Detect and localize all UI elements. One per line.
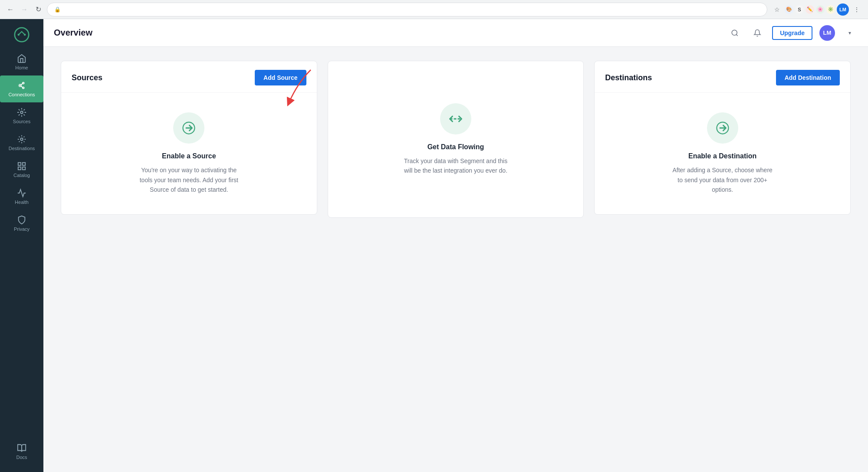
svg-rect-11 xyxy=(18,163,21,165)
bell-icon xyxy=(753,29,761,37)
svg-point-3 xyxy=(20,85,21,86)
browser-actions: ☆ 🎨 S ✏️ 🌸 ✳️ LM ⋮ xyxy=(771,3,863,16)
sidebar-item-sources-label: Sources xyxy=(13,119,30,124)
add-destination-button[interactable]: Add Destination xyxy=(776,70,840,85)
destination-arrow-icon xyxy=(715,120,730,136)
sidebar-item-sources[interactable]: Sources xyxy=(0,102,43,129)
destinations-card: Destinations Add Destination Enable a De… xyxy=(594,61,851,215)
cards-grid: Sources Add Source xyxy=(61,61,851,218)
sidebar-item-destinations[interactable]: Destinations xyxy=(0,129,43,156)
sources-card-body: Enable a Source You're on your way to ac… xyxy=(61,93,317,214)
reload-button[interactable]: ↻ xyxy=(33,4,43,15)
page-body: Sources Add Source xyxy=(43,47,868,472)
add-source-button[interactable]: Add Source xyxy=(255,70,306,85)
enable-destination-icon-circle xyxy=(707,112,738,144)
source-arrow-icon xyxy=(181,120,197,136)
sidebar-logo[interactable] xyxy=(11,24,32,45)
svg-rect-12 xyxy=(23,163,25,165)
destinations-card-title: Destinations xyxy=(605,73,652,82)
sidebar-item-privacy-label: Privacy xyxy=(14,226,30,232)
sidebar-item-docs-label: Docs xyxy=(16,455,27,460)
svg-point-1 xyxy=(18,34,20,36)
svg-rect-14 xyxy=(23,167,25,170)
destination-feature-title: Enable a Destination xyxy=(688,152,756,160)
svg-point-4 xyxy=(23,82,24,84)
forward-button[interactable]: → xyxy=(19,4,30,15)
ext-asterisk: ✳️ xyxy=(826,5,835,14)
middle-card: Get Data Flowing Track your data with Se… xyxy=(328,61,584,218)
destinations-card-body: Enable a Destination After adding a Sour… xyxy=(595,93,850,214)
data-flow-icon xyxy=(448,111,464,127)
sources-card-header: Sources Add Source xyxy=(61,61,317,93)
notifications-button[interactable] xyxy=(750,25,765,41)
sidebar-item-privacy[interactable]: Privacy xyxy=(0,210,43,237)
sources-card-title: Sources xyxy=(72,73,102,82)
search-button[interactable] xyxy=(727,25,743,41)
address-bar[interactable]: 🔒 app.segment.com/short/overview xyxy=(47,3,767,16)
sidebar-item-connections-label: Connections xyxy=(8,92,35,97)
browser-chrome: ← → ↻ 🔒 app.segment.com/short/overview ☆… xyxy=(0,0,868,19)
profile-avatar[interactable]: LM xyxy=(837,3,849,16)
ext-colorful-1: 🎨 xyxy=(785,5,793,14)
topbar: Overview Upgrade LM ▾ xyxy=(43,19,868,47)
sidebar-item-connections[interactable]: Connections xyxy=(0,75,43,102)
data-flow-icon-circle xyxy=(440,103,471,134)
url-input[interactable]: app.segment.com/short/overview xyxy=(64,6,760,13)
back-button[interactable]: ← xyxy=(5,4,16,15)
source-feature-title: Enable a Source xyxy=(162,152,216,160)
ext-flower: 🌸 xyxy=(816,5,825,14)
search-icon xyxy=(731,29,739,37)
sidebar-item-catalog[interactable]: Catalog xyxy=(0,156,43,183)
svg-point-10 xyxy=(20,138,23,141)
svg-point-5 xyxy=(23,87,24,89)
source-feature-desc: You're on your way to activating the too… xyxy=(137,165,241,194)
destinations-card-header: Destinations Add Destination xyxy=(595,61,850,93)
user-avatar[interactable]: LM xyxy=(819,25,835,41)
user-menu-button[interactable]: ▾ xyxy=(842,25,858,41)
svg-line-16 xyxy=(736,34,738,36)
svg-point-0 xyxy=(15,28,29,42)
app-container: Home Connections Sources xyxy=(0,19,868,472)
upgrade-button[interactable]: Upgrade xyxy=(772,26,812,40)
menu-button[interactable]: ⋮ xyxy=(851,3,863,16)
svg-point-2 xyxy=(24,34,26,36)
enable-source-icon-circle xyxy=(173,112,204,144)
main-content: Overview Upgrade LM ▾ xyxy=(43,19,868,472)
sources-card: Sources Add Source xyxy=(61,61,317,215)
ext-segment-1: S xyxy=(795,5,804,14)
sidebar-item-home-label: Home xyxy=(15,65,28,70)
topbar-actions: Upgrade LM ▾ xyxy=(727,25,858,41)
sidebar-item-destinations-label: Destinations xyxy=(9,146,35,151)
middle-card-body: Get Data Flowing Track your data with Se… xyxy=(328,61,584,217)
sidebar-item-home[interactable]: Home xyxy=(0,49,43,75)
sidebar-item-docs[interactable]: Docs xyxy=(0,438,43,465)
page-title: Overview xyxy=(54,28,92,38)
sidebar-item-health-label: Health xyxy=(15,200,29,205)
svg-point-9 xyxy=(20,111,23,114)
svg-point-15 xyxy=(732,30,737,35)
destination-feature-desc: After adding a Source, choose where to s… xyxy=(671,165,775,194)
middle-feature-desc: Track your data with Segment and this wi… xyxy=(404,156,508,176)
ext-pencil: ✏️ xyxy=(806,5,814,14)
sidebar-item-health[interactable]: Health xyxy=(0,183,43,210)
star-button[interactable]: ☆ xyxy=(771,3,783,16)
svg-rect-13 xyxy=(18,167,21,170)
sidebar: Home Connections Sources xyxy=(0,19,43,472)
middle-feature-title: Get Data Flowing xyxy=(427,143,484,151)
lock-icon: 🔒 xyxy=(54,7,61,13)
sidebar-item-catalog-label: Catalog xyxy=(13,173,30,178)
